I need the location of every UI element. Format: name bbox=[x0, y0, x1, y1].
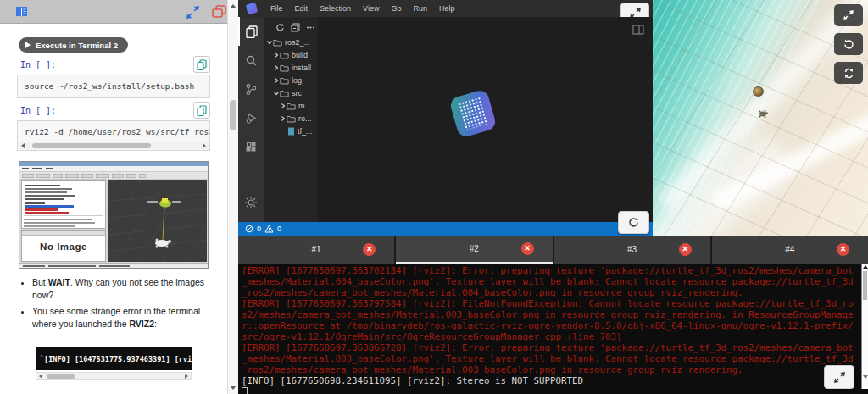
terminal-line: _ros2/meshes/camera_bot_meshes/Material.… bbox=[242, 364, 861, 375]
app-logo-icon bbox=[246, 3, 259, 15]
terminal-scrollbar[interactable] bbox=[861, 264, 868, 389]
errors-count[interactable]: 0 bbox=[257, 225, 261, 233]
menu-edit[interactable]: Edit bbox=[289, 0, 314, 17]
close-tab-icon[interactable]: ✕ bbox=[837, 243, 849, 256]
scrollbar-thumb[interactable] bbox=[230, 100, 236, 130]
hscroll-left-icon[interactable] bbox=[39, 374, 42, 379]
menu-help[interactable]: Help bbox=[433, 0, 461, 17]
execute-button-label: Execute in Terminal 2 bbox=[36, 41, 118, 50]
tree-item-ro[interactable]: ro... bbox=[264, 112, 318, 125]
terminal-panel: #1 ✕ #2 ✕ #3 ✕ #4 ✕ [ERROR] [1677650697.… bbox=[238, 236, 868, 394]
refresh-icon bbox=[843, 38, 855, 51]
scrollbar-thumb[interactable] bbox=[863, 271, 867, 300]
terminal-expand-button[interactable] bbox=[824, 365, 854, 389]
sim-controls bbox=[834, 4, 863, 84]
menu-selection[interactable]: Selection bbox=[314, 0, 357, 17]
tree-item-m[interactable]: m... bbox=[264, 99, 318, 112]
rviz-screenshot-image: No Image bbox=[19, 161, 209, 269]
code-hscrollbar[interactable] bbox=[19, 142, 209, 149]
run-debug-activity-icon[interactable] bbox=[238, 103, 264, 132]
refresh-explorer-icon[interactable] bbox=[275, 23, 285, 32]
errors-icon[interactable] bbox=[245, 225, 253, 233]
cell-prompt: In [ ]: bbox=[20, 106, 56, 115]
terminal-tab-4[interactable]: #4 ✕ bbox=[712, 236, 868, 264]
tree-item-ros2-ws[interactable]: ros2_... bbox=[264, 36, 318, 48]
more-actions-icon[interactable] bbox=[306, 23, 315, 32]
rviz-menubar bbox=[19, 166, 208, 172]
app-watermark-logo bbox=[448, 89, 497, 139]
hscroll-left-icon[interactable] bbox=[21, 143, 25, 148]
warnings-icon[interactable] bbox=[264, 225, 274, 233]
notebook-scrollbar[interactable] bbox=[227, 0, 238, 394]
terminal-cursor bbox=[242, 387, 248, 394]
sim-expand-button[interactable] bbox=[834, 4, 863, 26]
terminal-line: _meshes/Material.004_baseColor.png'. Tex… bbox=[242, 276, 861, 287]
rviz-image-panel: No Image bbox=[21, 230, 106, 262]
menu-go[interactable]: Go bbox=[385, 0, 407, 17]
hscroll-thumb[interactable] bbox=[47, 374, 75, 379]
notebook-expand-icon[interactable] bbox=[186, 5, 200, 19]
chevron-down-icon bbox=[273, 90, 280, 97]
terminal-output: [ERROR] [1677650697.363702134] [rviz2]: … bbox=[238, 264, 861, 394]
scrollbar-up-icon[interactable] bbox=[863, 265, 868, 269]
close-tab-icon[interactable]: ✕ bbox=[363, 243, 376, 256]
tree-item-build[interactable]: build bbox=[264, 48, 318, 61]
copy-code-button[interactable] bbox=[193, 56, 210, 73]
menu-file[interactable]: File bbox=[264, 0, 289, 17]
snippet-hscrollbar[interactable] bbox=[36, 372, 192, 380]
gazebo-sim-panel bbox=[653, 0, 868, 236]
collapse-all-icon[interactable] bbox=[291, 23, 300, 32]
copy-icon bbox=[197, 59, 207, 70]
terminal-tab-2[interactable]: #2 ✕ bbox=[396, 236, 552, 264]
rviz-toolbar bbox=[19, 172, 208, 180]
chevron-right-icon bbox=[280, 103, 287, 109]
settings-gear-icon[interactable] bbox=[238, 188, 264, 217]
terminal-line: _ros2/meshes/camera_bot_meshes/Material.… bbox=[242, 287, 861, 298]
search-activity-icon[interactable] bbox=[238, 46, 264, 75]
explorer-sidebar: ros2_... build install log src m... bbox=[264, 17, 318, 222]
warnings-count[interactable]: 0 bbox=[277, 225, 281, 233]
folder-icon bbox=[287, 114, 296, 123]
terminal-line: [INFO] [1677650698.234611095] [rviz2]: S… bbox=[242, 375, 861, 386]
ide-refresh-button[interactable] bbox=[618, 211, 649, 234]
tree-item-src[interactable]: src bbox=[264, 86, 318, 99]
source-control-activity-icon[interactable] bbox=[238, 75, 264, 103]
explorer-activity-icon[interactable] bbox=[238, 17, 264, 46]
menu-run[interactable]: Run bbox=[407, 0, 433, 17]
terminal-tab-1[interactable]: #1 ✕ bbox=[238, 236, 394, 264]
hscroll-thumb[interactable] bbox=[32, 143, 151, 148]
rviz-3d-viewport bbox=[108, 180, 207, 262]
snippet-text: `[INFO] [1647531775.937463391] [rviz] bbox=[40, 355, 192, 363]
notebook-popout-icon[interactable] bbox=[212, 5, 227, 19]
folder-icon bbox=[280, 64, 289, 72]
scrollbar-down-icon[interactable] bbox=[863, 375, 868, 379]
no-image-label: No Image bbox=[22, 241, 105, 252]
code-text: source ~/ros2_ws/install/setup.bash bbox=[25, 81, 194, 91]
scrollbar-down-icon[interactable] bbox=[230, 386, 236, 390]
code-cell: source ~/ros2_ws/install/setup.bash bbox=[17, 75, 210, 98]
play-icon bbox=[25, 42, 31, 48]
ide-titlebar: File Edit Selection View Go Run Help bbox=[238, 0, 653, 17]
terminal-tab-3[interactable]: #3 ✕ bbox=[554, 236, 710, 264]
extensions-activity-icon[interactable] bbox=[238, 132, 264, 161]
barrel-object bbox=[753, 86, 764, 97]
editor-layout-icon[interactable] bbox=[632, 24, 644, 36]
hscroll-right-icon[interactable] bbox=[185, 374, 188, 379]
close-tab-icon[interactable]: ✕ bbox=[679, 243, 692, 256]
refresh-icon bbox=[627, 216, 640, 229]
sim-refresh-button[interactable] bbox=[834, 33, 863, 55]
tree-item-tf-file[interactable]: tf_... bbox=[264, 125, 318, 137]
close-tab-icon[interactable]: ✕ bbox=[521, 242, 534, 255]
copy-code-button[interactable] bbox=[193, 102, 210, 119]
sim-sync-button[interactable] bbox=[834, 62, 863, 84]
menu-view[interactable]: View bbox=[357, 0, 385, 17]
scrollbar-up-icon[interactable] bbox=[230, 4, 236, 8]
tree-item-log[interactable]: log bbox=[264, 74, 318, 86]
ide-statusbar: 0 0 bbox=[238, 222, 653, 236]
tree-item-install[interactable]: install bbox=[264, 61, 318, 74]
execute-in-terminal-button[interactable]: Execute in Terminal 2 bbox=[19, 37, 128, 53]
folder-icon bbox=[287, 102, 296, 110]
rviz-grid bbox=[108, 180, 207, 262]
hscroll-right-icon[interactable] bbox=[203, 143, 206, 148]
folder-icon bbox=[280, 76, 289, 85]
